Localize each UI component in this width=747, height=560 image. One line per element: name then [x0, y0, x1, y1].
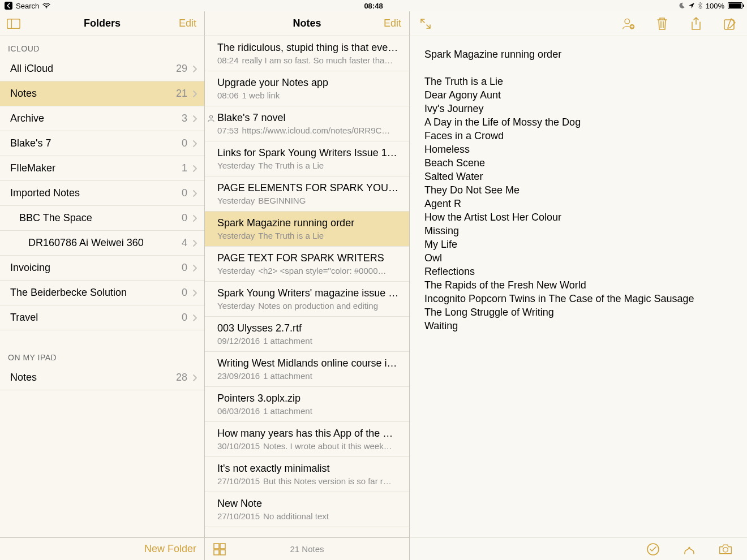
editor-line[interactable]: Waiting	[424, 319, 732, 333]
editor-line[interactable]: Missing	[424, 224, 732, 238]
note-title: Spark Young Writers' magazine issue 11…	[217, 287, 401, 299]
note-timestamp: 23/09/2016	[217, 371, 260, 381]
editor-line[interactable]: Beach Scene	[424, 156, 732, 170]
note-row[interactable]: The ridiculous, stupid thing is that eve…	[205, 36, 409, 71]
checklist-icon[interactable]	[646, 542, 660, 556]
note-preview: 1 attachment	[263, 336, 312, 346]
folder-row[interactable]: Notes21	[0, 81, 204, 106]
add-person-icon[interactable]	[621, 17, 635, 31]
note-row[interactable]: Links for Spark Young Writers Issue 11 p…	[205, 141, 409, 176]
back-label[interactable]: Search	[16, 2, 39, 10]
new-folder-button[interactable]: New Folder	[144, 543, 196, 555]
trash-icon[interactable]	[655, 17, 669, 31]
back-chevron-icon[interactable]	[5, 2, 12, 10]
note-row[interactable]: New Note27/10/2015No additional text	[205, 492, 409, 527]
notes-title: Notes	[293, 18, 321, 29]
expand-icon[interactable]	[419, 17, 432, 31]
folder-row[interactable]: Notes28	[0, 365, 204, 390]
folder-row[interactable]: Blake's 70	[0, 131, 204, 156]
note-title: It's not exactly minimalist	[217, 463, 401, 475]
editor-line[interactable]: Faces in a Crowd	[424, 129, 732, 143]
note-title: Upgrade your Notes app	[217, 77, 401, 89]
attachments-view-icon[interactable]	[213, 542, 226, 556]
note-row[interactable]: PAGE TEXT FOR SPARK WRITERSYesterday<h2>…	[205, 247, 409, 282]
folder-row[interactable]: DR160786 Ai Weiwei 3604	[0, 231, 204, 256]
note-preview: <h2> <span style="color: #0000…	[258, 266, 386, 275]
folder-row[interactable]: FIleMaker1	[0, 156, 204, 181]
editor-line[interactable]: Spark Magazine running order	[424, 48, 732, 61]
editor-line[interactable]: They Do Not See Me	[424, 183, 732, 197]
note-row[interactable]: PAGE ELEMENTS FOR SPARK YOUNG…YesterdayB…	[205, 176, 409, 212]
camera-icon[interactable]	[719, 542, 732, 556]
sidebar-toggle-icon[interactable]	[7, 17, 20, 31]
note-row[interactable]: Upgrade your Notes app08:061 web link	[205, 71, 409, 106]
note-row[interactable]: It's not exactly minimalist27/10/2015But…	[205, 457, 409, 492]
folder-count: 0	[182, 187, 187, 199]
folder-name: Notes	[10, 88, 37, 100]
blank-line	[424, 61, 732, 75]
compose-icon[interactable]	[723, 17, 737, 31]
note-subtitle: 09/12/20161 attachment	[217, 336, 401, 346]
folder-row[interactable]: Archive3	[0, 106, 204, 131]
folder-row[interactable]: BBC The Space0	[0, 206, 204, 231]
editor-line[interactable]: A Day in the Life of Mossy the Dog	[424, 115, 732, 129]
notes-edit-button[interactable]: Edit	[384, 18, 401, 29]
folders-edit-button[interactable]: Edit	[179, 18, 196, 29]
notes-list[interactable]: The ridiculous, stupid thing is that eve…	[205, 36, 409, 537]
editor-column: Spark Magazine running orderThe Truth is…	[410, 11, 747, 560]
chevron-right-icon	[192, 214, 198, 222]
folder-name: Blake's 7	[10, 137, 51, 149]
note-preview: The Truth is a Lie	[258, 161, 324, 170]
note-row[interactable]: Writing West Midlands online course ide……	[205, 352, 409, 387]
folders-column: Folders Edit ICLOUD All iCloud29Notes21A…	[0, 11, 205, 560]
folders-header: Folders Edit	[0, 11, 204, 36]
note-row[interactable]: How many years has this App of the We…30…	[205, 422, 409, 457]
editor-line[interactable]: Salted Water	[424, 170, 732, 183]
note-row[interactable]: 003 Ulysses 2.7.rtf09/12/20161 attachmen…	[205, 317, 409, 352]
folder-count: 28	[176, 372, 187, 384]
svg-point-8	[625, 19, 630, 24]
note-row[interactable]: Blake's 7 novel07:53https://www.icloud.c…	[205, 106, 409, 141]
share-icon[interactable]	[689, 17, 703, 31]
wifi-icon	[42, 3, 50, 8]
folder-name: BBC The Space	[19, 212, 92, 224]
editor-line[interactable]: The Rapids of the Fresh New World	[424, 278, 732, 292]
editor-line[interactable]: The Truth is a Lie	[424, 75, 732, 88]
svg-point-3	[210, 115, 213, 118]
editor-line[interactable]: Owl	[424, 251, 732, 265]
folder-name: All iCloud	[10, 63, 53, 75]
folder-row[interactable]: Imported Notes0	[0, 181, 204, 206]
editor-line[interactable]: Agent R	[424, 197, 732, 210]
editor-line[interactable]: Ivy's Journey	[424, 102, 732, 115]
editor-line[interactable]: My Life	[424, 238, 732, 251]
sketch-icon[interactable]	[682, 542, 696, 556]
note-preview: Notes. I wrote about it this week…	[263, 441, 392, 451]
folder-name: Notes	[10, 372, 37, 384]
folder-count: 29	[176, 63, 187, 75]
folder-count: 3	[182, 113, 187, 124]
editor-line[interactable]: Reflections	[424, 265, 732, 278]
folder-row[interactable]: Invoicing0	[0, 256, 204, 281]
note-title: PAGE TEXT FOR SPARK WRITERS	[217, 252, 401, 264]
editor-body[interactable]: Spark Magazine running orderThe Truth is…	[410, 36, 747, 344]
chevron-right-icon	[192, 140, 198, 148]
editor-line[interactable]: How the Artist Lost Her Colour	[424, 210, 732, 224]
chevron-right-icon	[192, 189, 198, 197]
editor-bottom-bar	[410, 537, 747, 560]
editor-line[interactable]: Dear Agony Aunt	[424, 88, 732, 102]
note-title: New Note	[217, 498, 401, 510]
folder-row[interactable]: The Beiderbecke Solution0	[0, 281, 204, 305]
chevron-right-icon	[192, 289, 198, 297]
folder-row[interactable]: Travel0	[0, 305, 204, 330]
editor-line[interactable]: The Long Struggle of Writing	[424, 305, 732, 319]
note-timestamp: Yesterday	[217, 196, 255, 205]
note-row[interactable]: Pointers 3.oplx.zip06/03/20161 attachmen…	[205, 387, 409, 422]
note-row[interactable]: Spark Magazine running orderYesterdayThe…	[205, 212, 409, 247]
note-row[interactable]: Spark Young Writers' magazine issue 11…Y…	[205, 282, 409, 317]
note-subtitle: 27/10/2015But this Notes version is so f…	[217, 476, 401, 486]
editor-line[interactable]: Incognito Popcorn Twins in The Case of t…	[424, 292, 732, 305]
folder-row[interactable]: All iCloud29	[0, 57, 204, 81]
note-subtitle: YesterdayNotes on production and editing	[217, 301, 401, 311]
folder-count: 0	[182, 287, 187, 299]
editor-line[interactable]: Homeless	[424, 143, 732, 156]
